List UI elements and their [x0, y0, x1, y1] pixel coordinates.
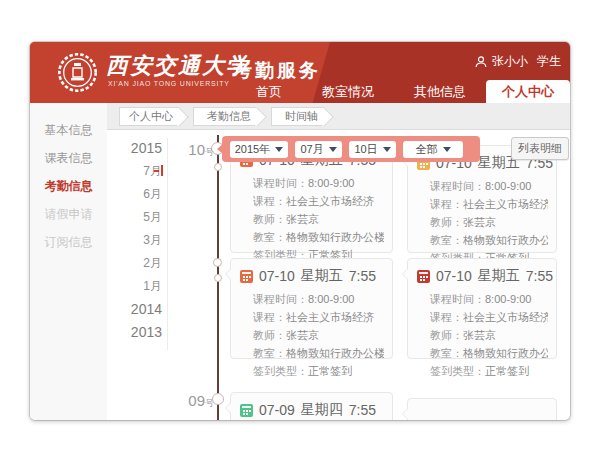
card-date: 07-10 [259, 268, 295, 284]
chevron-down-icon [275, 147, 283, 152]
timeline-year-2014[interactable]: 2014 [98, 298, 162, 321]
card-time: 7:55 [349, 402, 376, 418]
card-date: 07-10 [436, 268, 472, 284]
timeline-year-2013[interactable]: 2013 [98, 321, 162, 344]
current-month-cursor [154, 165, 163, 176]
calendar-icon [240, 270, 253, 283]
card-body: 课程时间：8:00-9:00 课程：社会主义市场经济 教师：张芸京 教室：格物致… [231, 288, 392, 386]
card-body: 课程时间：8:00-9:00 课程：社会主义市场经济 教师：张芸京 教室：格物致… [408, 288, 556, 386]
attendance-card-partial: 07-09 星期四 7:55 [230, 392, 393, 420]
list-detail-button[interactable]: 列表明细 [511, 137, 569, 160]
nav-other-info[interactable]: 其他信息 [400, 80, 480, 103]
app-window: 西安交通大学 XI'AN JIAO TONG UNIVERSITY 考勤服务 张… [30, 42, 570, 420]
timeline-month-jun[interactable]: 6月 [98, 183, 162, 206]
scale-separator-line [167, 138, 168, 350]
chevron-down-icon [443, 147, 451, 152]
sidebar-item-leave-request[interactable]: 请假申请 [30, 200, 107, 228]
breadcrumb-personal-center[interactable]: 个人中心 [119, 107, 179, 126]
nav-classrooms[interactable]: 教室情况 [308, 80, 388, 103]
card-time: 7:55 [526, 268, 553, 284]
timeline-node [214, 163, 222, 171]
timeline-scale: 2015 7月 6月 5月 3月 2月 1月 2014 2013 [98, 137, 162, 344]
day-marker-09: 09号 [178, 392, 214, 410]
card-weekday: 星期五 [301, 267, 343, 285]
timeline-month-jan[interactable]: 1月 [98, 275, 162, 298]
sidebar-item-timetable-info[interactable]: 课表信息 [30, 144, 107, 172]
month-dropdown[interactable]: 07月 [295, 141, 342, 158]
calendar-icon [417, 270, 430, 283]
breadcrumb-timeline[interactable]: 时间轴 [271, 107, 324, 126]
card-weekday: 星期五 [478, 267, 520, 285]
day-marker-10: 10号 [178, 141, 214, 159]
breadcrumb-attendance-info[interactable]: 考勤信息 [193, 107, 257, 126]
page-background: 西安交通大学 XI'AN JIAO TONG UNIVERSITY 考勤服务 张… [0, 0, 600, 450]
sidebar: 基本信息 课表信息 考勤信息 请假申请 订阅信息 [30, 103, 107, 420]
timeline-month-may[interactable]: 5月 [98, 206, 162, 229]
card-date: 07-09 [259, 402, 295, 418]
person-icon [475, 56, 487, 68]
type-dropdown[interactable]: 全部 [403, 141, 463, 158]
attendance-card-stub [407, 398, 557, 420]
sidebar-item-attendance-info[interactable]: 考勤信息 [30, 172, 107, 200]
card-weekday: 星期四 [301, 401, 343, 419]
timeline-node [214, 274, 222, 282]
card-header: 07-10 星期五 7:55 [231, 259, 392, 288]
timeline-month-jul[interactable]: 7月 [98, 160, 162, 183]
nav-personal-center[interactable]: 个人中心 [486, 80, 570, 103]
university-name-cn: 西安交通大学 [106, 51, 250, 81]
year-dropdown[interactable]: 2015年 [230, 141, 288, 158]
university-name-en: XI'AN JIAO TONG UNIVERSITY [108, 80, 230, 87]
university-logo-icon [57, 52, 98, 93]
timeline-month-feb[interactable]: 2月 [98, 252, 162, 275]
breadcrumb: 个人中心 考勤信息 时间轴 [107, 103, 570, 130]
attendance-card: 07-10 星期五 7:55 课程时间：8:00-9:00 课程：社会主义市场经… [230, 258, 393, 359]
nav-home[interactable]: 首页 [242, 80, 296, 103]
app-header: 西安交通大学 XI'AN JIAO TONG UNIVERSITY 考勤服务 张… [30, 42, 570, 103]
calendar-icon [240, 404, 253, 417]
sidebar-item-basic-info[interactable]: 基本信息 [30, 116, 107, 144]
main-nav: 首页 教室情况 其他信息 个人中心 [236, 80, 570, 103]
card-header: 07-10 星期五 7:55 [408, 259, 556, 288]
chevron-down-icon [383, 147, 391, 152]
card-time: 7:55 [349, 268, 376, 284]
user-name: 张小小 [492, 53, 528, 70]
date-filter-bar: 2015年 07月 10日 全部 [222, 136, 480, 162]
user-role: 学生 [537, 53, 561, 70]
chevron-down-icon [329, 147, 337, 152]
attendance-card: 07-10 星期五 7:55 课程时间：8:00-9:00 课程：社会主义市场经… [407, 258, 557, 359]
card-body: 课程时间：8:00-9:00 课程：社会主义市场经济 教师：张芸京 教室：格物致… [231, 172, 392, 270]
user-info[interactable]: 张小小 学生 [475, 53, 561, 70]
timeline-year-2015[interactable]: 2015 [98, 137, 162, 160]
timeline-month-mar[interactable]: 3月 [98, 229, 162, 252]
day-dropdown[interactable]: 10日 [349, 141, 396, 158]
sidebar-item-subscription-info[interactable]: 订阅信息 [30, 228, 107, 256]
card-header: 07-09 星期四 7:55 [231, 393, 392, 420]
timeline-node [213, 258, 222, 267]
